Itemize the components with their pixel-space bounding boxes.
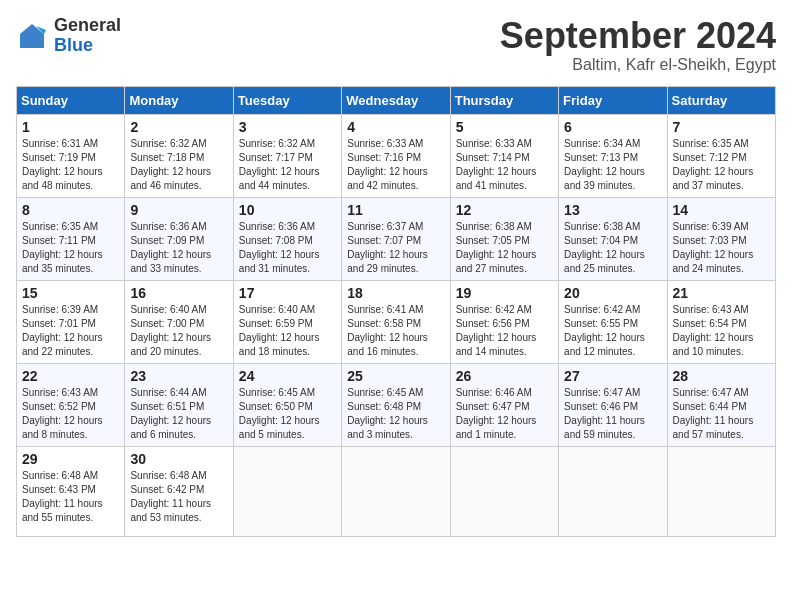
day-number: 2 — [130, 119, 227, 135]
day-info: Sunrise: 6:36 AM Sunset: 7:08 PM Dayligh… — [239, 220, 336, 276]
calendar-cell: 6Sunrise: 6:34 AM Sunset: 7:13 PM Daylig… — [559, 114, 667, 197]
day-number: 1 — [22, 119, 119, 135]
day-info: Sunrise: 6:44 AM Sunset: 6:51 PM Dayligh… — [130, 386, 227, 442]
day-of-week-header: Wednesday — [342, 86, 450, 114]
day-number: 27 — [564, 368, 661, 384]
page-header: General Blue September 2024 Baltim, Kafr… — [16, 16, 776, 74]
day-info: Sunrise: 6:32 AM Sunset: 7:18 PM Dayligh… — [130, 137, 227, 193]
calendar: SundayMondayTuesdayWednesdayThursdayFrid… — [16, 86, 776, 537]
calendar-cell: 2Sunrise: 6:32 AM Sunset: 7:18 PM Daylig… — [125, 114, 233, 197]
day-info: Sunrise: 6:43 AM Sunset: 6:54 PM Dayligh… — [673, 303, 770, 359]
calendar-cell: 5Sunrise: 6:33 AM Sunset: 7:14 PM Daylig… — [450, 114, 558, 197]
calendar-cell: 23Sunrise: 6:44 AM Sunset: 6:51 PM Dayli… — [125, 363, 233, 446]
day-number: 13 — [564, 202, 661, 218]
day-number: 25 — [347, 368, 444, 384]
calendar-cell: 14Sunrise: 6:39 AM Sunset: 7:03 PM Dayli… — [667, 197, 775, 280]
calendar-cell — [233, 446, 341, 536]
day-info: Sunrise: 6:45 AM Sunset: 6:50 PM Dayligh… — [239, 386, 336, 442]
calendar-cell: 16Sunrise: 6:40 AM Sunset: 7:00 PM Dayli… — [125, 280, 233, 363]
day-info: Sunrise: 6:33 AM Sunset: 7:14 PM Dayligh… — [456, 137, 553, 193]
day-of-week-header: Friday — [559, 86, 667, 114]
calendar-week-row: 8Sunrise: 6:35 AM Sunset: 7:11 PM Daylig… — [17, 197, 776, 280]
day-number: 9 — [130, 202, 227, 218]
day-number: 18 — [347, 285, 444, 301]
day-number: 17 — [239, 285, 336, 301]
calendar-cell: 30Sunrise: 6:48 AM Sunset: 6:42 PM Dayli… — [125, 446, 233, 536]
calendar-cell: 22Sunrise: 6:43 AM Sunset: 6:52 PM Dayli… — [17, 363, 125, 446]
day-info: Sunrise: 6:35 AM Sunset: 7:12 PM Dayligh… — [673, 137, 770, 193]
day-number: 29 — [22, 451, 119, 467]
day-info: Sunrise: 6:48 AM Sunset: 6:43 PM Dayligh… — [22, 469, 119, 525]
day-number: 21 — [673, 285, 770, 301]
day-number: 16 — [130, 285, 227, 301]
calendar-cell — [342, 446, 450, 536]
calendar-cell: 19Sunrise: 6:42 AM Sunset: 6:56 PM Dayli… — [450, 280, 558, 363]
day-number: 30 — [130, 451, 227, 467]
day-number: 4 — [347, 119, 444, 135]
calendar-cell: 27Sunrise: 6:47 AM Sunset: 6:46 PM Dayli… — [559, 363, 667, 446]
calendar-cell: 20Sunrise: 6:42 AM Sunset: 6:55 PM Dayli… — [559, 280, 667, 363]
svg-marker-0 — [20, 24, 44, 48]
calendar-cell: 29Sunrise: 6:48 AM Sunset: 6:43 PM Dayli… — [17, 446, 125, 536]
calendar-cell — [450, 446, 558, 536]
day-of-week-header: Thursday — [450, 86, 558, 114]
day-info: Sunrise: 6:39 AM Sunset: 7:01 PM Dayligh… — [22, 303, 119, 359]
calendar-cell: 4Sunrise: 6:33 AM Sunset: 7:16 PM Daylig… — [342, 114, 450, 197]
day-of-week-header: Tuesday — [233, 86, 341, 114]
day-info: Sunrise: 6:46 AM Sunset: 6:47 PM Dayligh… — [456, 386, 553, 442]
calendar-cell: 3Sunrise: 6:32 AM Sunset: 7:17 PM Daylig… — [233, 114, 341, 197]
calendar-cell: 26Sunrise: 6:46 AM Sunset: 6:47 PM Dayli… — [450, 363, 558, 446]
calendar-cell: 7Sunrise: 6:35 AM Sunset: 7:12 PM Daylig… — [667, 114, 775, 197]
day-number: 20 — [564, 285, 661, 301]
day-info: Sunrise: 6:48 AM Sunset: 6:42 PM Dayligh… — [130, 469, 227, 525]
month-title: September 2024 — [500, 16, 776, 56]
title-area: September 2024 Baltim, Kafr el-Sheikh, E… — [500, 16, 776, 74]
day-number: 28 — [673, 368, 770, 384]
day-number: 12 — [456, 202, 553, 218]
day-number: 8 — [22, 202, 119, 218]
day-info: Sunrise: 6:39 AM Sunset: 7:03 PM Dayligh… — [673, 220, 770, 276]
calendar-cell: 10Sunrise: 6:36 AM Sunset: 7:08 PM Dayli… — [233, 197, 341, 280]
day-number: 23 — [130, 368, 227, 384]
calendar-cell: 25Sunrise: 6:45 AM Sunset: 6:48 PM Dayli… — [342, 363, 450, 446]
day-info: Sunrise: 6:45 AM Sunset: 6:48 PM Dayligh… — [347, 386, 444, 442]
calendar-cell — [559, 446, 667, 536]
day-number: 10 — [239, 202, 336, 218]
day-number: 15 — [22, 285, 119, 301]
day-info: Sunrise: 6:37 AM Sunset: 7:07 PM Dayligh… — [347, 220, 444, 276]
day-info: Sunrise: 6:47 AM Sunset: 6:44 PM Dayligh… — [673, 386, 770, 442]
calendar-cell: 13Sunrise: 6:38 AM Sunset: 7:04 PM Dayli… — [559, 197, 667, 280]
day-number: 5 — [456, 119, 553, 135]
day-number: 6 — [564, 119, 661, 135]
day-number: 24 — [239, 368, 336, 384]
calendar-week-row: 1Sunrise: 6:31 AM Sunset: 7:19 PM Daylig… — [17, 114, 776, 197]
day-info: Sunrise: 6:40 AM Sunset: 6:59 PM Dayligh… — [239, 303, 336, 359]
day-info: Sunrise: 6:31 AM Sunset: 7:19 PM Dayligh… — [22, 137, 119, 193]
day-of-week-header: Monday — [125, 86, 233, 114]
calendar-cell: 8Sunrise: 6:35 AM Sunset: 7:11 PM Daylig… — [17, 197, 125, 280]
day-info: Sunrise: 6:38 AM Sunset: 7:04 PM Dayligh… — [564, 220, 661, 276]
calendar-cell: 9Sunrise: 6:36 AM Sunset: 7:09 PM Daylig… — [125, 197, 233, 280]
calendar-header-row: SundayMondayTuesdayWednesdayThursdayFrid… — [17, 86, 776, 114]
logo: General Blue — [16, 16, 121, 56]
day-number: 26 — [456, 368, 553, 384]
calendar-cell: 15Sunrise: 6:39 AM Sunset: 7:01 PM Dayli… — [17, 280, 125, 363]
calendar-cell: 24Sunrise: 6:45 AM Sunset: 6:50 PM Dayli… — [233, 363, 341, 446]
day-info: Sunrise: 6:42 AM Sunset: 6:55 PM Dayligh… — [564, 303, 661, 359]
day-number: 22 — [22, 368, 119, 384]
calendar-cell: 28Sunrise: 6:47 AM Sunset: 6:44 PM Dayli… — [667, 363, 775, 446]
calendar-cell: 12Sunrise: 6:38 AM Sunset: 7:05 PM Dayli… — [450, 197, 558, 280]
calendar-week-row: 22Sunrise: 6:43 AM Sunset: 6:52 PM Dayli… — [17, 363, 776, 446]
day-info: Sunrise: 6:40 AM Sunset: 7:00 PM Dayligh… — [130, 303, 227, 359]
day-info: Sunrise: 6:32 AM Sunset: 7:17 PM Dayligh… — [239, 137, 336, 193]
day-info: Sunrise: 6:33 AM Sunset: 7:16 PM Dayligh… — [347, 137, 444, 193]
calendar-cell: 21Sunrise: 6:43 AM Sunset: 6:54 PM Dayli… — [667, 280, 775, 363]
calendar-week-row: 29Sunrise: 6:48 AM Sunset: 6:43 PM Dayli… — [17, 446, 776, 536]
day-info: Sunrise: 6:34 AM Sunset: 7:13 PM Dayligh… — [564, 137, 661, 193]
day-info: Sunrise: 6:36 AM Sunset: 7:09 PM Dayligh… — [130, 220, 227, 276]
calendar-cell: 17Sunrise: 6:40 AM Sunset: 6:59 PM Dayli… — [233, 280, 341, 363]
calendar-cell: 18Sunrise: 6:41 AM Sunset: 6:58 PM Dayli… — [342, 280, 450, 363]
day-info: Sunrise: 6:42 AM Sunset: 6:56 PM Dayligh… — [456, 303, 553, 359]
day-of-week-header: Sunday — [17, 86, 125, 114]
day-info: Sunrise: 6:35 AM Sunset: 7:11 PM Dayligh… — [22, 220, 119, 276]
